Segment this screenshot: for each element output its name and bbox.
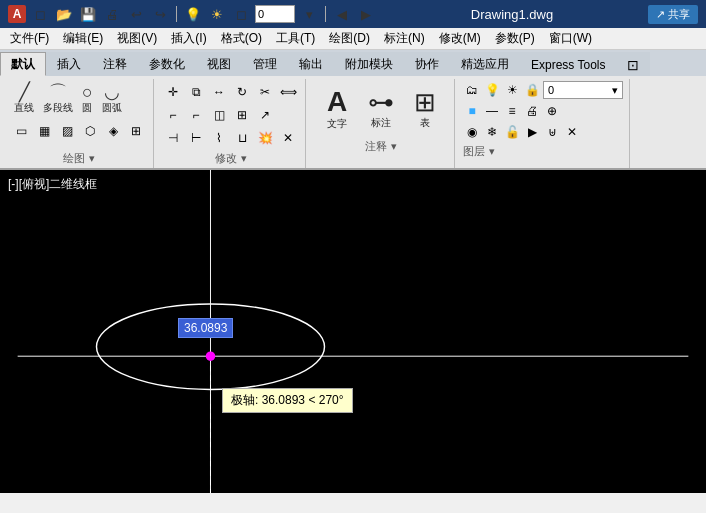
dim-tool[interactable]: ⊶ 标注 xyxy=(360,81,402,137)
offset-tool[interactable]: ◫ xyxy=(208,104,230,126)
annotate-tools: A 文字 ⊶ 标注 ⊞ 表 xyxy=(316,81,446,137)
layer-linetype-btn[interactable]: — xyxy=(483,102,501,120)
tab-expand[interactable]: ⊡ xyxy=(616,52,650,76)
layer-color-btn[interactable]: ■ xyxy=(463,102,481,120)
tab-annotate[interactable]: 注释 xyxy=(92,52,138,76)
open-btn[interactable]: 📂 xyxy=(54,4,74,24)
menu-modify[interactable]: 修改(M) xyxy=(433,28,487,49)
nav-left[interactable]: ◀ xyxy=(332,4,352,24)
menu-view[interactable]: 视图(V) xyxy=(111,28,163,49)
join-tool[interactable]: ⊔ xyxy=(231,127,253,149)
line-tool[interactable]: ╱ 直线 xyxy=(10,81,38,117)
more-draw[interactable]: ⊞ xyxy=(125,120,147,142)
menu-annotate[interactable]: 标注(N) xyxy=(378,28,431,49)
chamfer-tool[interactable]: ⌐ xyxy=(185,104,207,126)
tab-params[interactable]: 参数化 xyxy=(138,52,196,76)
menu-bar: 文件(F) 编辑(E) 视图(V) 插入(I) 格式(O) 工具(T) 绘图(D… xyxy=(0,28,706,50)
menu-params[interactable]: 参数(P) xyxy=(489,28,541,49)
table-tool[interactable]: ⊞ 表 xyxy=(404,81,446,137)
layer-freeze2-btn[interactable]: ❄ xyxy=(483,123,501,141)
tab-addons[interactable]: 附加模块 xyxy=(334,52,404,76)
mirror-tool[interactable]: ⟺ xyxy=(277,81,299,103)
menu-tools[interactable]: 工具(T) xyxy=(270,28,321,49)
layer-manager-btn[interactable]: 🗂 xyxy=(463,81,481,99)
layer-lock-btn[interactable]: 🔒 xyxy=(523,81,541,99)
menu-window[interactable]: 窗口(W) xyxy=(543,28,598,49)
arc-icon: ◡ xyxy=(104,83,120,101)
light-icon[interactable]: 💡 xyxy=(183,4,203,24)
table-icon: ⊞ xyxy=(414,88,436,117)
layer-lock2-btn[interactable]: 🔓 xyxy=(503,123,521,141)
layers-expand-icon[interactable]: ▾ xyxy=(489,145,495,158)
menu-format[interactable]: 格式(O) xyxy=(215,28,268,49)
draw-expand-icon[interactable]: ▾ xyxy=(89,152,95,165)
print-btn[interactable]: 🖨 xyxy=(102,4,122,24)
tab-featured[interactable]: 精选应用 xyxy=(450,52,520,76)
layer-plot-btn[interactable]: 🖨 xyxy=(523,102,541,120)
menu-file[interactable]: 文件(F) xyxy=(4,28,55,49)
layer-freeze-btn[interactable]: ☀ xyxy=(503,81,521,99)
layer-walk-btn[interactable]: ▶ xyxy=(523,123,541,141)
menu-insert[interactable]: 插入(I) xyxy=(165,28,212,49)
box-icon[interactable]: ◻ xyxy=(231,4,251,24)
sun-icon[interactable]: ☀ xyxy=(207,4,227,24)
layer-merge-btn[interactable]: ⊎ xyxy=(543,123,561,141)
tab-express[interactable]: Express Tools xyxy=(520,52,616,76)
layers-group-label: 图层 ▾ xyxy=(463,144,495,159)
delete-tool[interactable]: ✕ xyxy=(277,127,299,149)
tab-collab[interactable]: 协作 xyxy=(404,52,450,76)
tab-output[interactable]: 输出 xyxy=(288,52,334,76)
extend-tool[interactable]: ⊢ xyxy=(185,127,207,149)
layers-top-row: 🗂 💡 ☀ 🔒 0 ▾ xyxy=(463,81,623,99)
layer-toggle-btn[interactable]: 💡 xyxy=(483,81,501,99)
menu-edit[interactable]: 编辑(E) xyxy=(57,28,109,49)
move-tool[interactable]: ✛ xyxy=(162,81,184,103)
stretch-tool[interactable]: ↔ xyxy=(208,81,230,103)
share-icon: ↗ xyxy=(656,8,665,21)
layer-match-btn[interactable]: ⊕ xyxy=(543,102,561,120)
annotate-expand-icon[interactable]: ▾ xyxy=(391,140,397,153)
text-tool[interactable]: A 文字 xyxy=(316,81,358,137)
layer-dropdown[interactable]: 0 ▾ xyxy=(543,81,623,99)
dropdown-arrow[interactable]: ▾ xyxy=(299,4,319,24)
tab-default[interactable]: 默认 xyxy=(0,52,46,76)
tab-manage[interactable]: 管理 xyxy=(242,52,288,76)
table-label: 表 xyxy=(420,116,430,130)
circle-tool[interactable]: ○ 圆 xyxy=(78,81,97,117)
rotate-tool[interactable]: ↻ xyxy=(231,81,253,103)
cut-tool[interactable]: ✂ xyxy=(254,81,276,103)
scale-tool[interactable]: ↗ xyxy=(254,104,276,126)
undo-btn[interactable]: ↩ xyxy=(126,4,146,24)
explode-tool[interactable]: 💥 xyxy=(254,127,276,149)
menu-draw[interactable]: 绘图(D) xyxy=(323,28,376,49)
new-btn[interactable]: ◻ xyxy=(30,4,50,24)
title-bar-left: A ◻ 📂 💾 🖨 ↩ ↪ 💡 ☀ ◻ ▾ ◀ ▶ xyxy=(8,4,376,24)
boundary-tool[interactable]: ⬡ xyxy=(79,120,101,142)
layer-lineweight-btn[interactable]: ≡ xyxy=(503,102,521,120)
polyline-tool[interactable]: ⌒ 多段线 xyxy=(39,81,77,117)
tab-insert[interactable]: 插入 xyxy=(46,52,92,76)
tab-view[interactable]: 视图 xyxy=(196,52,242,76)
trim-tool[interactable]: ⊣ xyxy=(162,127,184,149)
modify-expand-icon[interactable]: ▾ xyxy=(241,152,247,165)
arc-tool[interactable]: ◡ 圆弧 xyxy=(98,81,126,117)
layer-delete-btn[interactable]: ✕ xyxy=(563,123,581,141)
array-tool[interactable]: ⊞ xyxy=(231,104,253,126)
dim-label: 标注 xyxy=(371,116,391,130)
nav-right[interactable]: ▶ xyxy=(356,4,376,24)
region-tool[interactable]: ◈ xyxy=(102,120,124,142)
drawing-area[interactable]: [-][俯视]二维线框 36.0893 极轴: 36.0893 < 270° xyxy=(0,170,706,493)
hatch-tool[interactable]: ▦ xyxy=(33,120,55,142)
rect-tool[interactable]: ▭ xyxy=(10,120,32,142)
window-title: Drawing1.dwg xyxy=(471,7,553,22)
layer-isolate-btn[interactable]: ◉ xyxy=(463,123,481,141)
break-tool[interactable]: ⌇ xyxy=(208,127,230,149)
redo-btn[interactable]: ↪ xyxy=(150,4,170,24)
gradient-tool[interactable]: ▨ xyxy=(56,120,78,142)
copy-tool[interactable]: ⧉ xyxy=(185,81,207,103)
save-btn[interactable]: 💾 xyxy=(78,4,98,24)
value-input[interactable] xyxy=(255,5,295,23)
line-label: 直线 xyxy=(14,101,34,115)
share-button[interactable]: ↗ 共享 xyxy=(648,5,698,24)
fillet-tool[interactable]: ⌐ xyxy=(162,104,184,126)
